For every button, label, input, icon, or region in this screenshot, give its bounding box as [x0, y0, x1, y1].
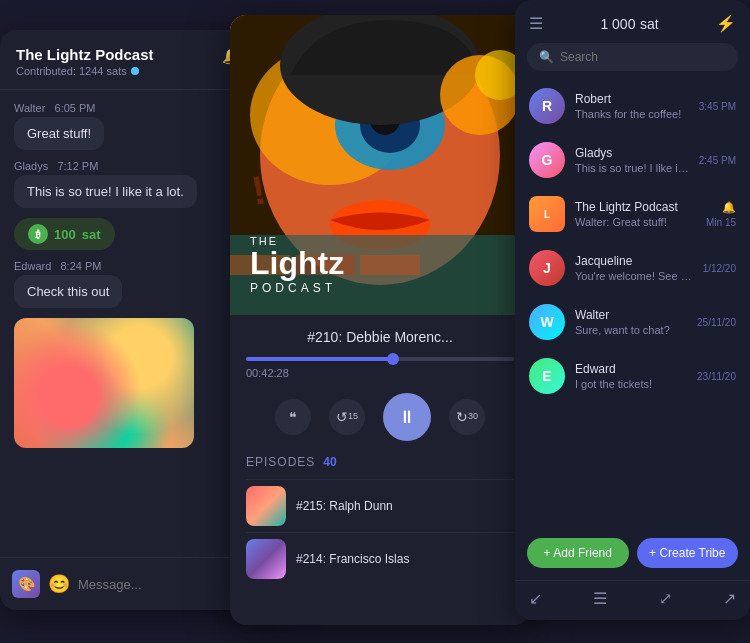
episode-item-2[interactable]: #214: Francisco Islas: [246, 532, 514, 585]
verified-dot: [131, 67, 139, 75]
contact-item-podcast[interactable]: L The Lightz Podcast Walter: Great stuff…: [515, 187, 750, 241]
rewind-label: 15: [348, 411, 358, 421]
chat-header-info: The Lightz Podcast Contributed: 1244 sat…: [16, 46, 154, 77]
player-controls: ❝ ↺ 15 ⏸ ↻ 30: [246, 393, 514, 441]
balance-unit: sat: [640, 16, 659, 32]
hamburger-icon[interactable]: ☰: [529, 14, 543, 33]
avatar-podcast: L: [529, 196, 565, 232]
contact-info-edward: Edward I got the tickets!: [575, 362, 687, 390]
contact-time: 3:45 PM: [699, 101, 736, 112]
contact-name: Gladys: [575, 146, 689, 160]
rewind-15-button[interactable]: ↺ 15: [329, 399, 365, 435]
contact-name: The Lightz Podcast: [575, 200, 696, 214]
progress-bar[interactable]: [246, 357, 514, 361]
back-nav-icon[interactable]: ↙: [529, 589, 542, 608]
forward-nav-icon[interactable]: ↗: [723, 589, 736, 608]
avatar-gladys: G: [529, 142, 565, 178]
podcast-body: #210: Debbie Morenc... 00:42:28 ❝ ↺ 15 ⏸…: [230, 315, 530, 599]
search-icon: 🔍: [539, 50, 554, 64]
episode-item-1[interactable]: #215: Ralph Dunn: [246, 479, 514, 532]
contacts-header: ☰ 1 000 sat ⚡: [515, 0, 750, 43]
avatar-robert: R: [529, 88, 565, 124]
contact-time: 23/11/20: [697, 371, 736, 382]
avatar-jacqueline: J: [529, 250, 565, 286]
podcast-cover: ! THE Lightz PODCAST: [230, 15, 530, 315]
contact-time: 25/11/20: [697, 317, 736, 328]
play-pause-button[interactable]: ⏸: [383, 393, 431, 441]
list-nav-icon[interactable]: ☰: [593, 589, 607, 608]
contact-preview: This is so true! I like it a lot.: [575, 162, 689, 174]
contacts-search[interactable]: 🔍: [527, 43, 738, 71]
episodes-count: 40: [323, 455, 336, 469]
contacts-actions: + Add Friend + Create Tribe: [515, 526, 750, 580]
rewind-icon: ↺: [336, 409, 348, 425]
sat-icon: ₿: [28, 224, 48, 244]
balance-display: 1 000 sat: [600, 15, 658, 33]
contacts-nav: ↙ ☰ ⤢ ↗: [515, 580, 750, 620]
episode-title-1: #215: Ralph Dunn: [296, 499, 393, 513]
add-friend-button[interactable]: + Add Friend: [527, 538, 629, 568]
contacts-list: R Robert Thanks for the coffee! 3:45 PM …: [515, 79, 750, 526]
avatar-edward: E: [529, 358, 565, 394]
quote-button[interactable]: ❝: [275, 399, 311, 435]
contact-info-walter: Walter Sure, want to chat?: [575, 308, 687, 336]
progress-fill: [246, 357, 393, 361]
sat-unit: sat: [82, 227, 101, 242]
contact-preview: I got the tickets!: [575, 378, 687, 390]
contact-item-jacqueline[interactable]: J Jacqueline You're welcome! See ya tomo…: [515, 241, 750, 295]
smiley-icon[interactable]: 😊: [48, 573, 70, 595]
contact-preview: You're welcome! See ya tomorrow.: [575, 270, 693, 282]
sat-payment: ₿ 100 sat: [14, 218, 115, 250]
contact-item-robert[interactable]: R Robert Thanks for the coffee! 3:45 PM: [515, 79, 750, 133]
balance-amount: 1 000: [600, 16, 635, 32]
episode-title-2: #214: Francisco Islas: [296, 552, 409, 566]
podcast-name: Lightz: [250, 247, 344, 279]
message-bubble: Check this out: [14, 275, 122, 308]
message-image: [14, 318, 194, 448]
emoji-button[interactable]: 🎨: [12, 570, 40, 598]
contact-preview: Walter: Great stuff!: [575, 216, 696, 228]
message-input[interactable]: [78, 577, 246, 592]
message-bubble: Great stuff!: [14, 117, 104, 150]
contact-info-podcast: The Lightz Podcast Walter: Great stuff!: [575, 200, 696, 228]
chat-subtitle: Contributed: 1244 sats: [16, 65, 154, 77]
contact-name: Robert: [575, 92, 689, 106]
contact-time: 1/12/20: [703, 263, 736, 274]
create-tribe-button[interactable]: + Create Tribe: [637, 538, 739, 568]
svg-rect-14: [360, 255, 420, 275]
contact-info-jacqueline: Jacqueline You're welcome! See ya tomorr…: [575, 254, 693, 282]
chat-title: The Lightz Podcast: [16, 46, 154, 63]
contact-item-edward[interactable]: E Edward I got the tickets! 23/11/20: [515, 349, 750, 403]
podcast-sub: PODCAST: [250, 281, 344, 295]
forward-label: 30: [468, 411, 478, 421]
contact-info-gladys: Gladys This is so true! I like it a lot.: [575, 146, 689, 174]
contact-preview: Sure, want to chat?: [575, 324, 687, 336]
episodes-header: EPISODES 40: [246, 455, 514, 469]
podcast-panel: ! THE Lightz PODCAST #210: Debbie Morenc…: [230, 15, 530, 625]
episode-title: #210: Debbie Morenc...: [246, 329, 514, 345]
contact-preview: Thanks for the coffee!: [575, 108, 689, 120]
contact-name: Edward: [575, 362, 687, 376]
progress-time: 00:42:28: [246, 367, 514, 379]
contacts-panel: ☰ 1 000 sat ⚡ 🔍 R Robert Thanks for the …: [515, 0, 750, 620]
image-content: [14, 318, 194, 448]
episode-thumb-2: [246, 539, 286, 579]
contact-time: 2:45 PM: [699, 155, 736, 166]
contact-time: Min 15: [706, 217, 736, 228]
forward-icon: ↻: [456, 409, 468, 425]
forward-30-button[interactable]: ↻ 30: [449, 399, 485, 435]
contact-name: Jacqueline: [575, 254, 693, 268]
episode-thumb-1: [246, 486, 286, 526]
contact-item-gladys[interactable]: G Gladys This is so true! I like it a lo…: [515, 133, 750, 187]
contact-name: Walter: [575, 308, 687, 322]
contact-item-walter[interactable]: W Walter Sure, want to chat? 25/11/20: [515, 295, 750, 349]
notification-bell-icon: 🔔: [722, 201, 736, 214]
progress-thumb: [387, 353, 399, 365]
podcast-title-overlay: THE Lightz PODCAST: [250, 235, 344, 295]
message-bubble: This is so true! I like it a lot.: [14, 175, 197, 208]
expand-nav-icon[interactable]: ⤢: [659, 589, 672, 608]
search-input[interactable]: [560, 50, 726, 64]
contact-info-robert: Robert Thanks for the coffee!: [575, 92, 689, 120]
episodes-label: EPISODES: [246, 455, 315, 469]
lightning-icon[interactable]: ⚡: [716, 14, 736, 33]
